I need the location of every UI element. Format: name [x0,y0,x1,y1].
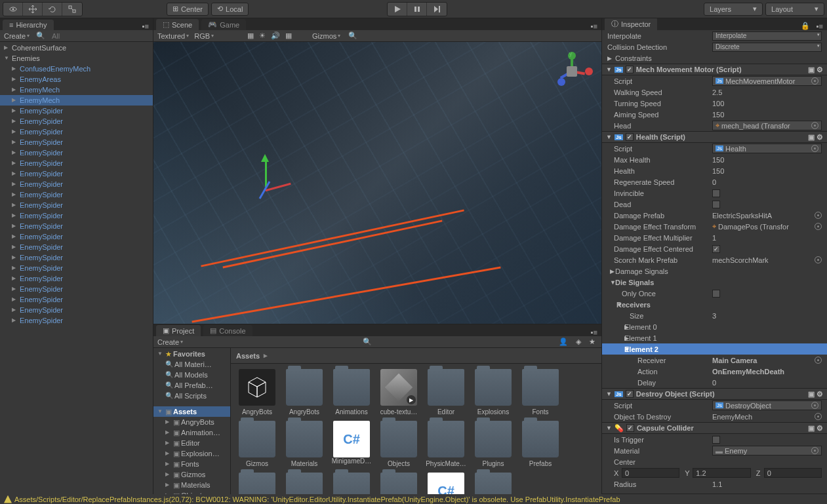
hierarchy-item[interactable]: ▶EnemySpider [0,273,153,284]
hierarchy-item[interactable]: ▶EnemyMech [0,95,153,106]
game-tab[interactable]: 🎮Game [201,19,246,30]
gizmos-dropdown[interactable]: Gizmos [312,32,340,40]
panel-menu[interactable]: ▪≡ [138,22,153,30]
move-tool[interactable] [23,3,43,16]
scale-tool[interactable] [62,3,82,16]
filter-type-icon[interactable]: ◈ [574,338,583,346]
favorite-item[interactable]: 🔍All Prefab… [153,380,230,391]
2d-toggle[interactable]: ▦ [245,31,256,40]
asset-item[interactable]: Resources [236,473,278,494]
layout-dropdown[interactable]: Layout▾ [765,3,824,16]
filter-star-icon[interactable]: ★ [587,338,597,346]
el2-label[interactable]: Element 2 [624,345,658,353]
fx-toggle[interactable]: ▦ [283,31,294,40]
hierarchy-item[interactable]: ▶EnemySpider [0,168,153,179]
asset-item[interactable]: ▶cube-textu… [378,369,420,416]
transform-gizmo[interactable] [252,161,291,200]
recv-label[interactable]: Receivers [616,301,651,309]
component-destroy[interactable]: ▼JsDestroy Object (Script)▣ ⚙ [602,388,827,400]
hierarchy-item[interactable]: ▶EnemyMech [0,85,153,95]
scene-viewport[interactable]: y [153,42,601,324]
hierarchy-item[interactable]: ▶EnemySpider [0,126,153,137]
hierarchy-item[interactable]: ▶EnemySpider [0,158,153,168]
lock-icon[interactable]: 🔒 [798,22,813,30]
breadcrumb[interactable]: Assets▸ [231,348,601,364]
interpolate-dropdown[interactable]: Interpolate [712,31,822,41]
asset-item[interactable]: Materials [283,421,325,467]
asset-item[interactable]: Animations [331,369,373,416]
asset-item[interactable]: Plugins [472,421,514,467]
delay-val[interactable]: 0 [712,379,822,387]
favorites-header[interactable]: ▼★Favorites [153,349,230,359]
component-capsule[interactable]: ▼💊Capsule Collider▣ ⚙ [602,422,827,434]
filter-icon[interactable]: 👤 [557,338,570,346]
asset-item[interactable]: Editor [425,369,467,416]
head-field[interactable]: ⌖mech_head (Transfor [712,121,822,130]
dmgc-check[interactable] [712,245,720,253]
hierarchy-item[interactable]: ▶EnemySpider [0,137,153,147]
hierarchy-item[interactable]: ▶EnemyAreas [0,74,153,85]
rotate-tool[interactable] [43,3,62,16]
regen-val[interactable]: 0 [712,178,822,186]
hierarchy-item[interactable]: ▶EnemySpider [0,189,153,200]
el0-label[interactable]: Element 0 [624,323,657,331]
light-toggle[interactable]: ☀ [257,31,268,40]
hierarchy-item[interactable]: ▶EnemySpider [0,106,153,116]
dmgm-val[interactable]: 1 [712,234,822,242]
folder-item[interactable]: ▶▣Materials [153,480,230,490]
play-button[interactable] [388,3,407,16]
maxh-val[interactable]: 150 [712,156,822,164]
mech-enabled[interactable] [626,66,634,73]
x-input[interactable] [622,468,679,478]
hierarchy-item[interactable]: ▶EnemySpider [0,294,153,305]
folder-item[interactable]: ▶▣Gizmos [153,469,230,480]
asset-item[interactable]: Scenes [283,473,325,494]
z-input[interactable] [764,468,822,478]
dead-check[interactable] [712,201,720,208]
hscript-field[interactable]: JsHealth [712,144,822,153]
folder-item[interactable]: ▶▣AngryBots [153,417,230,427]
asset-item[interactable]: Shaders [378,473,420,494]
panel-menu[interactable]: ▪≡ [587,328,601,336]
scorch-val[interactable]: mechScorchMark [712,256,815,264]
asset-item[interactable]: Objects [378,421,420,467]
inspector-tab[interactable]: ⓘInspector [605,18,657,30]
walk-val[interactable]: 2.5 [712,88,822,96]
project-search[interactable] [376,337,553,347]
hand-tool[interactable] [3,3,23,16]
folder-item[interactable]: ▶▣Editor [153,438,230,448]
hierarchy-item[interactable]: ▶EnemySpider [0,242,153,252]
scene-search[interactable] [363,31,597,41]
panel-menu[interactable]: ▪≡ [813,22,827,30]
panel-menu[interactable]: ▪≡ [587,22,601,30]
asset-item[interactable]: PhysicMate… [425,421,467,467]
component-mech-motor[interactable]: ▼JsMech Movement Motor (Script)▣ ⚙ [602,64,827,75]
turn-val[interactable]: 100 [712,100,822,107]
render-mode[interactable]: RGB [194,32,214,40]
dmgsig-label[interactable]: Damage Signals [615,267,668,275]
shading-mode[interactable]: Textured [157,32,189,40]
project-create[interactable]: Create [157,338,183,346]
favorite-item[interactable]: 🔍All Models [153,370,230,380]
dscript-field[interactable]: JsDestroyObject [712,400,822,410]
component-health[interactable]: ▼JsHealth (Script)▣ ⚙ [602,131,827,143]
asset-item[interactable]: Explosions [472,369,514,416]
assets-root[interactable]: ▼▣Assets [153,406,230,417]
hierarchy-item[interactable]: ▶EnemySpider [0,305,153,315]
diesig-label[interactable]: Die Signals [615,279,654,286]
hierarchy-item[interactable]: ▶EnemySpider [0,221,153,231]
pivot-mode[interactable]: ⊞Center [167,3,209,16]
asset-item[interactable]: C#SignalRece… [425,473,467,494]
hierarchy-item[interactable]: ▶EnemySpider [0,179,153,189]
step-button[interactable] [427,3,447,16]
hierarchy-item[interactable]: ▶ConfusedEnemyMech [0,64,153,74]
trigger-check[interactable] [712,436,720,444]
asset-item[interactable]: AngryBots [236,369,278,416]
favorite-item[interactable]: 🔍All Materi… [153,359,230,370]
hierarchy-item[interactable]: ▶EnemySpider [0,284,153,294]
hierarchy-item[interactable]: ▶EnemySpider [0,231,153,242]
asset-item[interactable]: Scripts [331,473,373,494]
favorite-item[interactable]: 🔍All Scripts [153,391,230,401]
hierarchy-item[interactable]: ▶EnemySpider [0,252,153,263]
el1-label[interactable]: Element 1 [624,334,657,342]
